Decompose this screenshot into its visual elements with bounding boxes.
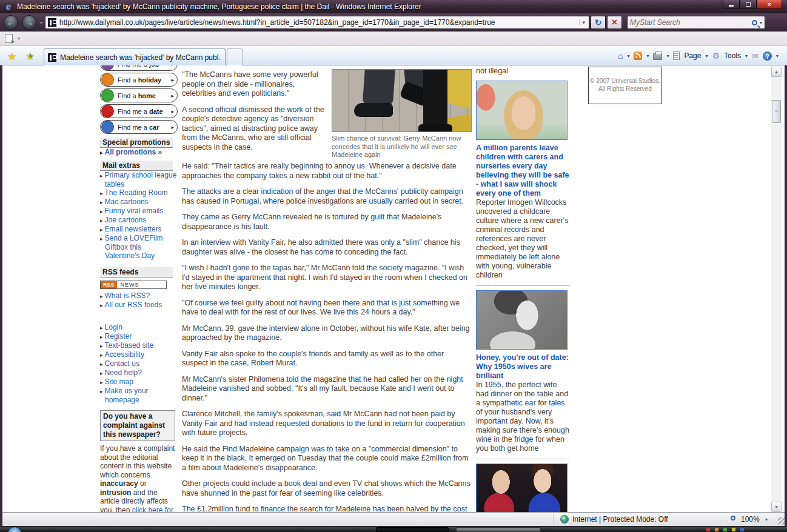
- story-headline-childcare[interactable]: A million parents leave children with ca…: [476, 144, 570, 198]
- story-thumbnail-1950s-wives[interactable]: [476, 290, 568, 350]
- sidebar-link[interactable]: ▸Mac cartoons: [100, 198, 178, 207]
- sidebar-link-sitemap[interactable]: ▸Site map: [100, 377, 178, 387]
- tray-icon[interactable]: [706, 528, 710, 531]
- bullet-icon: ▸: [100, 334, 103, 340]
- sidebar-link[interactable]: ▸Need help?: [100, 368, 178, 377]
- scroll-down-button[interactable]: ▼: [771, 502, 782, 512]
- sidebar-link-register[interactable]: ▸Register: [100, 332, 178, 341]
- sidebar-link[interactable]: ▸Email newsletters: [100, 225, 178, 234]
- find-car-button[interactable]: Find me a car ▸: [100, 120, 178, 134]
- system-tray[interactable]: [706, 528, 744, 531]
- minimize-icon: [729, 5, 734, 7]
- article-paragraph: They came as Gerry McCann revealed he is…: [182, 213, 472, 231]
- sidebar-link[interactable]: ▸Primary school league tables: [100, 171, 178, 188]
- close-button[interactable]: ×: [757, 0, 782, 9]
- new-tab-stub[interactable]: [227, 48, 243, 65]
- article-body: Slim chance of survival: Gerry McCann no…: [182, 67, 472, 512]
- sidebar-link[interactable]: ▸All our RSS feeds: [100, 301, 178, 310]
- rss-dropdown-icon[interactable]: ▾: [646, 53, 649, 59]
- home-icon[interactable]: ⌂: [618, 51, 623, 61]
- tray-icon[interactable]: [740, 528, 744, 531]
- favorites-star-icon[interactable]: ★: [7, 50, 16, 63]
- bullet-icon: ▸: [100, 302, 103, 308]
- find-holiday-button[interactable]: Find a holiday ▸: [100, 73, 178, 87]
- sidebar-link[interactable]: ▸What is RSS?: [100, 291, 178, 301]
- search-icon[interactable]: [752, 20, 757, 25]
- print-dropdown-icon[interactable]: ▾: [666, 53, 669, 59]
- story-thumbnail-childcare[interactable]: [476, 81, 568, 140]
- taskbar-button-active[interactable]: [376, 527, 449, 532]
- address-dropdown-icon[interactable]: ▾: [579, 19, 588, 25]
- scroll-up-button[interactable]: ▲: [771, 67, 782, 77]
- article-paragraph: Vanity Fair also spoke to the couple's f…: [182, 350, 472, 368]
- arrow-icon: ▸: [171, 124, 174, 130]
- bullet-icon: ▸: [100, 173, 103, 179]
- address-url[interactable]: http://www.dailymail.co.uk/pages/live/ar…: [59, 18, 579, 27]
- sidebar-link[interactable]: ▸Send a LOVEFilm Giftbox this Valentine'…: [100, 234, 178, 260]
- article-paragraph: Other projects could include a book deal…: [182, 479, 472, 498]
- refresh-button[interactable]: ↻: [591, 16, 606, 29]
- tray-icon[interactable]: [732, 528, 735, 531]
- bullet-icon: ▸: [100, 190, 103, 196]
- quick-access-strip: ▾: [0, 32, 787, 46]
- tools-dropdown-icon[interactable]: ▾: [745, 53, 748, 59]
- story-thumbnail-two-women[interactable]: [476, 464, 568, 512]
- window-titlebar: e Madeleine search was 'hijacked' by McC…: [0, 0, 787, 13]
- tabs-bar: ★ ★+ Madeleine search was 'hijacked' by …: [0, 46, 787, 65]
- sidebar-link-contact[interactable]: ▸Contact us: [100, 359, 178, 368]
- rss-badge-icon: RSS: [101, 281, 117, 288]
- rss-feed-icon[interactable]: [634, 52, 642, 60]
- tools-menu-label[interactable]: Tools: [724, 52, 741, 60]
- page-menu-label[interactable]: Page: [684, 52, 701, 60]
- browser-tab-active[interactable]: Madeleine search was 'hijacked' by McCan…: [44, 48, 226, 65]
- history-dropdown-icon[interactable]: ▾: [40, 20, 42, 25]
- minimize-button[interactable]: [723, 0, 740, 9]
- story-item: Honey, you're out of date: Why 1950s wiv…: [476, 285, 570, 453]
- gear-icon[interactable]: ⚙: [712, 51, 720, 61]
- home-dropdown-icon[interactable]: ▾: [627, 53, 629, 59]
- search-dropdown-icon[interactable]: ▾: [760, 20, 762, 25]
- find-date-button[interactable]: Find me a date ▸: [100, 104, 178, 118]
- find-job-button[interactable]: Find me a job ▸: [100, 65, 178, 71]
- search-input[interactable]: MyStart Search ▾: [627, 16, 765, 29]
- page-menu-icon[interactable]: [673, 52, 680, 60]
- tab-favicon: [48, 53, 56, 62]
- stop-button[interactable]: ×: [607, 16, 622, 29]
- stop-icon: ×: [612, 17, 617, 27]
- taskbar-button[interactable]: [456, 527, 541, 532]
- zoom-level[interactable]: 100%: [741, 515, 760, 524]
- vertical-scrollbar[interactable]: ▲ ≡ ▼: [771, 67, 782, 512]
- quick-tabs-icon[interactable]: [5, 34, 13, 43]
- page-dropdown-icon[interactable]: ▾: [705, 53, 708, 59]
- sidebar-link[interactable]: ▸Text-based site: [100, 341, 178, 350]
- help-icon[interactable]: ?: [763, 52, 772, 61]
- all-promotions-link[interactable]: ▸All promotions »: [100, 148, 178, 157]
- back-button[interactable]: ←: [4, 15, 18, 30]
- print-icon[interactable]: [653, 53, 662, 60]
- refresh-icon: ↻: [595, 18, 602, 27]
- sidebar-link[interactable]: ▸Joe cartoons: [100, 216, 178, 225]
- bullet-icon: ▸: [100, 379, 103, 385]
- zoom-icon[interactable]: [731, 516, 735, 520]
- sidebar-link[interactable]: ▸Funny viral emails: [100, 207, 178, 216]
- sidebar-link[interactable]: ▸Make us your homepage: [100, 387, 178, 404]
- maximize-button[interactable]: [740, 0, 757, 9]
- window-border-right: [785, 65, 787, 526]
- sidebar-link[interactable]: ▸The Reading Room: [100, 188, 178, 198]
- zoom-dropdown-icon[interactable]: ▾: [765, 517, 768, 522]
- tray-icon[interactable]: [723, 528, 727, 531]
- add-favorite-icon[interactable]: ★+: [25, 50, 35, 63]
- forward-button[interactable]: →: [22, 15, 36, 30]
- scrollbar-thumb[interactable]: ≡: [772, 100, 781, 123]
- tray-icon[interactable]: [715, 528, 718, 531]
- quick-tabs-dropdown-icon[interactable]: ▾: [18, 36, 20, 41]
- address-bar[interactable]: http://www.dailymail.co.uk/pages/live/ar…: [45, 16, 589, 29]
- site-favicon: [48, 18, 56, 27]
- rss-news-badge[interactable]: RSS NEWS: [100, 281, 167, 289]
- story-headline-1950s-wives[interactable]: Honey, you're out of date: Why 1950s wiv…: [476, 353, 570, 381]
- sidebar-link[interactable]: ▸Accessibility: [100, 350, 178, 359]
- sidebar-link-login[interactable]: ▸Login: [100, 323, 178, 332]
- mail-icon[interactable]: ✉: [752, 52, 759, 61]
- help-dropdown-icon[interactable]: ▾: [776, 53, 779, 59]
- find-home-button[interactable]: Find a home ▸: [100, 88, 178, 102]
